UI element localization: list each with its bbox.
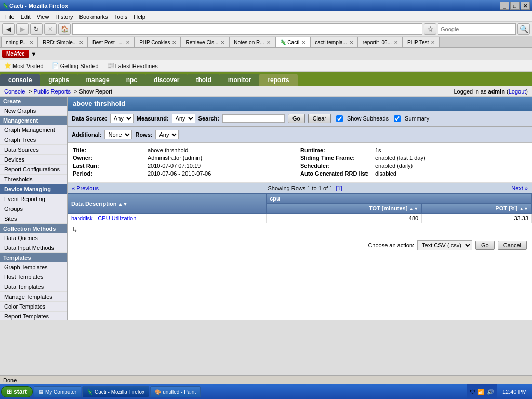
menu-bookmarks[interactable]: Bookmarks: [76, 12, 111, 21]
data-source-select[interactable]: Any: [110, 114, 134, 123]
search-go[interactable]: 🔍: [517, 23, 530, 35]
nav-discover[interactable]: discover: [145, 74, 188, 86]
sidebar-item-new-graphs[interactable]: New Graphs: [0, 106, 67, 116]
next-link[interactable]: Next »: [511, 185, 528, 191]
indent-row: ↳: [68, 223, 532, 236]
col-data-description[interactable]: Data Description ▲▼: [68, 194, 267, 214]
page-1-link[interactable]: [1]: [336, 185, 342, 191]
forward-button[interactable]: ▶: [16, 23, 29, 35]
taskbar-item-paint[interactable]: 🎨 untitled - Paint: [150, 386, 201, 397]
tab-4[interactable]: Retrieve Cis...✕: [181, 37, 229, 47]
menu-edit[interactable]: Edit: [18, 12, 34, 21]
logout-link[interactable]: Logout: [509, 88, 526, 95]
sidebar-header-collection-methods[interactable]: Collection Methods: [0, 224, 67, 233]
show-subheads-checkbox[interactable]: [336, 115, 343, 122]
close-button[interactable]: ✕: [521, 2, 530, 10]
previous-link[interactable]: « Previous: [72, 185, 99, 191]
sidebar-item-graph-management[interactable]: Graph Management: [0, 125, 67, 135]
bookmark-most-visited[interactable]: ⭐ Most Visited: [2, 61, 46, 70]
address-bar[interactable]: http://localhost/cacti/plugins/reportit/…: [72, 23, 422, 35]
col-pot-percent[interactable]: POT [%] ▲▼: [422, 204, 532, 214]
tab-2[interactable]: Best Post - ...✕: [88, 37, 135, 47]
data-description-link[interactable]: harddisk - CPU Utilization: [71, 215, 136, 221]
nav-thold[interactable]: thold: [188, 74, 219, 86]
menu-history[interactable]: History: [52, 12, 76, 21]
menu-tools[interactable]: Tools: [111, 12, 131, 21]
nav-monitor[interactable]: monitor: [220, 74, 260, 86]
sidebar-item-graph-templates[interactable]: Graph Templates: [0, 262, 67, 272]
col-tot-minutes[interactable]: TOT [minutes] ▲▼: [267, 204, 422, 214]
summary-checkbox[interactable]: [394, 115, 401, 122]
pagination-info: Showing Rows 1 to 1 of 1 [1]: [268, 185, 342, 191]
nav-npc[interactable]: npc: [118, 74, 145, 86]
bookmark-getting-started[interactable]: 📄 Getting Started: [50, 61, 101, 70]
bookmark-latest-headlines[interactable]: 📰 Latest Headlines: [105, 61, 160, 70]
home-button[interactable]: 🏠: [58, 23, 71, 35]
search-input[interactable]: [222, 114, 285, 123]
menu-view[interactable]: View: [34, 12, 52, 21]
breadcrumb-console[interactable]: Console: [4, 88, 25, 95]
sidebar-header-device-managing[interactable]: Device Managing: [0, 184, 67, 194]
menu-file[interactable]: File: [2, 12, 18, 21]
sidebar-item-manage-templates[interactable]: Manage Templates: [0, 292, 67, 302]
tab-7[interactable]: cacti templa...✕: [310, 37, 358, 47]
go-button[interactable]: Go: [288, 114, 305, 123]
sidebar-item-devices[interactable]: Devices: [0, 155, 67, 165]
cell-tot-minutes: 480: [267, 214, 422, 223]
sidebar-item-host-templates[interactable]: Host Templates: [0, 272, 67, 282]
sidebar-item-event-reporting[interactable]: Event Reporting: [0, 194, 67, 204]
sidebar-item-graph-trees[interactable]: Graph Trees: [0, 135, 67, 145]
start-button[interactable]: ⊞ start: [1, 386, 33, 397]
sidebar-item-data-templates[interactable]: Data Templates: [0, 282, 67, 292]
browser-search[interactable]: [438, 23, 516, 35]
status-text: Done: [3, 377, 17, 383]
nav-graphs[interactable]: graphs: [40, 74, 77, 86]
breadcrumb-public-reports[interactable]: Public Reports: [34, 88, 71, 95]
sidebar-item-sites[interactable]: Sites: [0, 214, 67, 224]
taskbar-item-firefox[interactable]: 🦎 Cacti - Mozilla Firefox: [82, 386, 149, 397]
sidebar-item-data-sources[interactable]: Data Sources: [0, 145, 67, 155]
sidebar-header-templates[interactable]: Templates: [0, 253, 67, 262]
app-nav: console graphs manage npc discover thold…: [0, 72, 532, 86]
stop-button[interactable]: ✕: [44, 23, 57, 35]
sidebar-item-groups[interactable]: Groups: [0, 204, 67, 214]
action-row: Choose an action: Text CSV (.csv) Go Can…: [68, 236, 532, 255]
nav-console[interactable]: console: [0, 74, 40, 86]
action-go-button[interactable]: Go: [475, 241, 495, 250]
bookmark-star[interactable]: ☆: [424, 23, 436, 35]
tab-9[interactable]: PHP Test✕: [403, 37, 440, 47]
taskbar: ⊞ start 🖥 My Computer 🦎 Cacti - Mozilla …: [0, 384, 532, 399]
tab-5[interactable]: Notes on R...✕: [229, 37, 275, 47]
nav-reports[interactable]: reports: [259, 74, 297, 86]
tab-1[interactable]: RRD::Simple...✕: [38, 37, 88, 47]
window-icon: 🦎: [2, 3, 9, 9]
measurand-select[interactable]: Any: [172, 114, 195, 123]
nav-manage[interactable]: manage: [77, 74, 117, 86]
reload-button[interactable]: ↻: [30, 23, 43, 35]
tab-3[interactable]: PHP Cookies✕: [135, 37, 181, 47]
sidebar-item-thresholds[interactable]: Thresholds: [0, 175, 67, 184]
tab-8[interactable]: reportit_06...✕: [358, 37, 403, 47]
mcafee-dropdown[interactable]: ▼: [31, 51, 37, 57]
action-select[interactable]: Text CSV (.csv): [417, 240, 472, 250]
additional-select[interactable]: None: [104, 130, 132, 139]
sidebar-item-report-templates[interactable]: Report Templates: [0, 312, 67, 320]
tab-cacti[interactable]: 🦎 Cacti✕: [275, 37, 311, 47]
tab-0[interactable]: nning P...✕: [1, 37, 38, 47]
maximize-button[interactable]: □: [510, 2, 520, 10]
sidebar-item-data-input-methods[interactable]: Data Input Methods: [0, 243, 67, 253]
clear-button[interactable]: Clear: [308, 114, 331, 123]
back-button[interactable]: ◀: [2, 23, 15, 35]
minimize-button[interactable]: _: [500, 2, 509, 10]
sidebar-header-management[interactable]: Management: [0, 116, 67, 125]
sidebar-item-color-templates[interactable]: Color Templates: [0, 302, 67, 312]
rows-select[interactable]: Any: [155, 130, 179, 139]
sidebar-header-create[interactable]: Create: [0, 97, 67, 106]
sidebar-item-report-configurations[interactable]: Report Configurations: [0, 165, 67, 175]
taskbar-item-my-computer[interactable]: 🖥 My Computer: [34, 386, 81, 397]
action-cancel-button[interactable]: Cancel: [498, 241, 527, 250]
taskbar-clock: 12:40 PM: [498, 389, 531, 395]
sidebar-item-data-queries[interactable]: Data Queries: [0, 233, 67, 243]
cell-data-description[interactable]: harddisk - CPU Utilization: [68, 214, 267, 223]
menu-help[interactable]: Help: [130, 12, 149, 21]
